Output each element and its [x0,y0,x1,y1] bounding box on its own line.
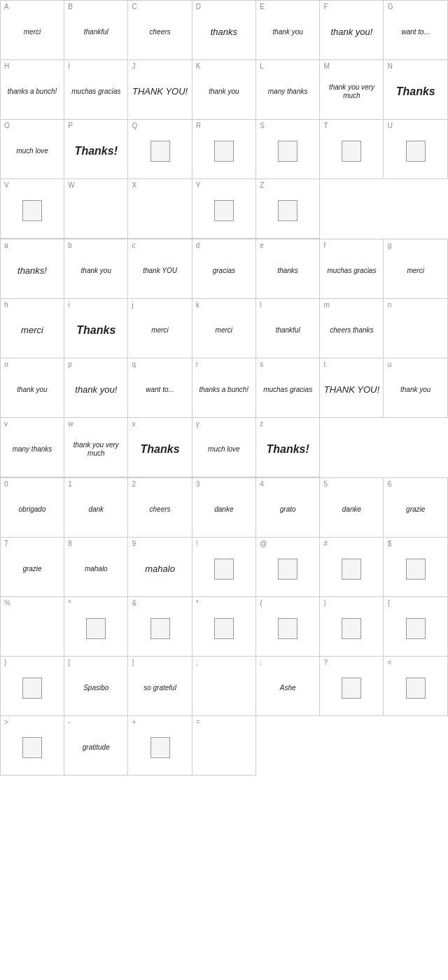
cell-label: n [388,301,392,309]
glyph-text: gracias [213,267,235,275]
glyph-cell: smuchas gracias [256,358,320,418]
cell-label: & [132,599,137,607]
cell-content: muchas gracias [67,74,125,109]
cell-label: N [388,62,393,70]
cell-label: g [388,241,392,249]
glyph-cell: ; [192,657,256,716]
cell-content: grazie [4,552,61,587]
cell-label: h [4,301,8,309]
placeholder-glyph [342,141,361,162]
cell-label: q [132,360,136,368]
cell-content [195,193,253,228]
glyph-text: mahalo [85,565,108,573]
glyph-cell: tTHANK YOU! [320,358,384,418]
glyph-cell: 8mahalo [64,538,128,597]
glyph-cell: T [320,120,384,179]
glyph-cell: ? [320,657,384,716]
cell-content: thank you [67,253,125,288]
cell-label: [ [68,659,70,666]
cell-label: X [132,181,137,189]
cell-label: $ [388,540,392,547]
cell-content [387,134,444,169]
glyph-text: thank YOU [143,267,177,275]
glyph-cell: athanks! [1,239,64,299]
glyph-cell: Ccheers [129,1,192,60]
placeholder-glyph [150,618,170,639]
cell-content: want to... [132,372,189,407]
cell-label: : [260,659,262,666]
placeholder-glyph [22,200,42,221]
glyph-cell: -gratitude [64,716,128,776]
glyph-text: grato [280,505,296,514]
cell-label: W [68,181,74,189]
cell-label: > [4,718,8,726]
glyph-text: mahalo [145,564,175,575]
cell-content [132,134,189,169]
glyph-cell: W [64,179,128,239]
cell-content [323,671,380,706]
glyph-text: thank you [81,267,111,275]
cell-content: thanks [195,15,253,50]
cell-content [323,134,380,169]
glyph-cell: 2cheers [129,478,192,538]
cell-label: b [68,241,72,249]
glyph-text: thank you! [330,27,372,38]
cell-content: thank you [195,74,253,109]
glyph-text: thank you! [75,384,117,396]
uppercase-grid: AmerciBthankfulCcheersDthanksEthank youF… [0,0,448,239]
cell-label: 4 [260,480,264,488]
glyph-text: Ashe [280,684,296,692]
glyph-text: thanks! [18,265,47,276]
glyph-text: muchas gracias [263,386,312,394]
glyph-cell: NThanks [384,60,448,120]
cell-label: ! [196,540,198,547]
placeholder-glyph [342,678,361,699]
cell-content: thank you [259,15,316,50]
cell-label: V [4,181,9,189]
glyph-cell: X [129,179,192,239]
cell-label: c [132,241,136,249]
cell-label: + [132,718,136,726]
cell-content: Thanks! [67,134,125,169]
cell-label: Z [260,181,264,189]
glyph-cell: $ [384,538,448,597]
cell-label: 3 [196,480,200,488]
cell-label: 2 [132,480,136,488]
glyph-cell: jmerci [129,299,192,358]
placeholder-glyph [86,618,106,639]
glyph-cell: Gwant to... [384,1,448,60]
cell-label: y [196,420,200,428]
glyph-cell: ethanks [256,239,320,299]
glyph-cell: Imuchas gracias [64,60,128,120]
glyph-text: merci [151,326,168,335]
glyph-cell: dgracias [192,239,256,299]
glyph-text: grazie [22,565,41,573]
glyph-text: thanks [277,267,298,275]
cell-content: muchas gracias [323,253,380,288]
cell-content: thank YOU [132,253,189,288]
glyph-cell: ]so grateful [129,657,192,716]
glyph-text: thank you very much [67,441,125,458]
placeholder-glyph [406,618,426,639]
cell-content: merci [387,253,444,288]
glyph-cell: R [192,120,256,179]
glyph-cell: ^ [64,597,128,657]
cell-label: ( [260,599,262,607]
glyph-cell: > [1,716,64,776]
glyph-cell: bthank you [64,239,128,299]
glyph-cell: % [1,597,64,657]
placeholder-glyph [22,737,42,758]
placeholder-glyph [278,559,298,580]
glyph-text: much love [16,147,48,155]
glyph-cell: :Ashe [256,657,320,716]
glyph-cell: < [384,657,448,716]
glyph-cell: ) [320,597,384,657]
glyph-text: Thanks! [266,442,309,456]
cell-content [195,730,253,765]
cell-content: Ashe [259,671,316,706]
cell-label: v [4,420,8,428]
glyph-cell: 3danke [192,478,256,538]
glyph-cell: PThanks! [64,120,128,179]
lowercase-grid: athanks!bthank youcthank YOUdgraciasetha… [0,239,448,477]
glyph-cell: hmerci [1,299,64,358]
